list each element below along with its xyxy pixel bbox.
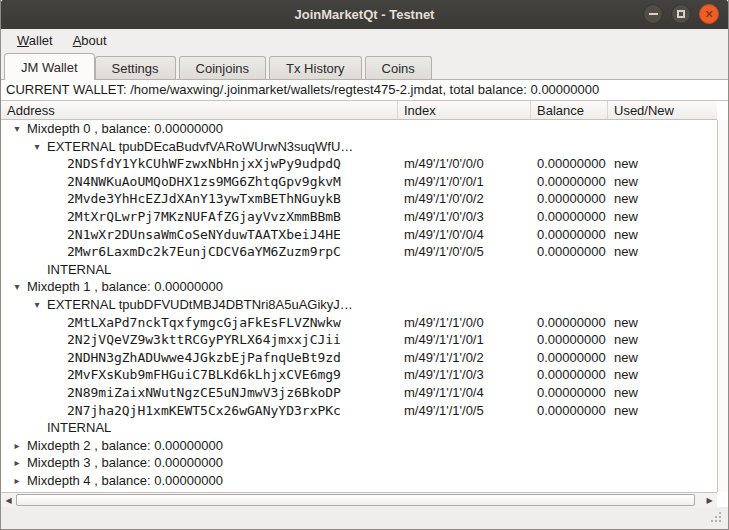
- header-index[interactable]: Index: [398, 101, 531, 119]
- expander-open-icon[interactable]: ▾: [9, 120, 25, 138]
- tree-row[interactable]: ▸Mixdepth 4 , balance: 0.00000000: [1, 472, 717, 490]
- tree-cell-address: 2MvFXsKub9mFHGuiC7BLKd6kLhjxCVE6mg9: [1, 366, 398, 384]
- tree-cell-index: m/49'/1'/0'/0/5: [398, 243, 531, 261]
- tab-settings[interactable]: Settings: [95, 56, 176, 79]
- tree-row[interactable]: 2N2jVQeVZ9w3kttRCGyPYRLX64jmxxjCJiim/49'…: [1, 331, 717, 349]
- tree-row[interactable]: 2Mwr6LaxmDc2k7EunjCDCV6aYM6Zuzm9rpCm/49'…: [1, 243, 717, 261]
- tab-jm-wallet[interactable]: JM Wallet: [4, 53, 95, 80]
- tree-cell-used-new: new: [608, 155, 717, 173]
- expander-open-icon[interactable]: ▾: [9, 278, 25, 296]
- tree-cell-address: ▸Mixdepth 3 , balance: 0.00000000: [1, 454, 398, 472]
- tree-row[interactable]: 2N89miZaixNWutNgzCE5uNJmwV3jz6BkoDPm/49'…: [1, 384, 717, 402]
- close-icon: ✕: [704, 9, 713, 20]
- tree-row[interactable]: ▾Mixdepth 0 , balance: 0.00000000: [1, 120, 717, 138]
- tab-coins[interactable]: Coins: [365, 56, 432, 79]
- tree-cell-address: ▾EXTERNAL tpubDEcaBudvfVARoWUrwN3suqWfU…: [1, 138, 398, 156]
- indent-spacer: [1, 278, 9, 296]
- minimize-button[interactable]: [643, 4, 663, 24]
- tree-cell-address: 2NDSfdY1YkCUhWFzwxNbHnjxXjwPy9udpdQ: [1, 155, 398, 173]
- scroll-right-button[interactable]: ▶: [702, 493, 717, 507]
- tree-cell-index: m/49'/1'/1'/0/1: [398, 331, 531, 349]
- tree-row[interactable]: INTERNAL: [1, 419, 717, 437]
- address-text: 2MtLXaPd7nckTqxfymgcGjaFkEsFLVZNwkw: [65, 314, 341, 332]
- tree-cell-balance: 0.00000000: [531, 314, 608, 332]
- node-label: EXTERNAL tpubDFVUDtMBJ4DBTNri8A5uAGikyJ…: [45, 296, 353, 314]
- tree-cell-address: ▸Mixdepth 2 , balance: 0.00000000: [1, 437, 398, 455]
- vertical-scrollbar[interactable]: [717, 120, 728, 492]
- tree-cell-balance: [531, 419, 608, 437]
- tree-cell-used-new: [608, 454, 717, 472]
- tree-row[interactable]: 2MtXrQLwrPj7MKzNUFAfZGjayVvzXmmBBmBm/49'…: [1, 208, 717, 226]
- hscrollbar-thumb[interactable]: [16, 494, 695, 506]
- tree-row[interactable]: 2N7jha2QjH1xmKEWT5Cx26wGANyYD3rxPKcm/49'…: [1, 402, 717, 420]
- tree-cell-address: 2N1wXr2DUnsaWmCoSeNYduwTAATXbeiJ4HE: [1, 226, 398, 244]
- tree-cell-used-new: [608, 120, 717, 138]
- header-balance[interactable]: Balance: [531, 101, 608, 119]
- tree-cell-index: [398, 261, 531, 279]
- tree-row[interactable]: 2N4NWKuAoUMQoDHX1zs9MG6ZhtqGpv9gkvMm/49'…: [1, 173, 717, 191]
- tree-cell-address: 2N2jVQeVZ9w3kttRCGyPYRLX64jmxxjCJii: [1, 331, 398, 349]
- tree-cell-used-new: [608, 278, 717, 296]
- tree-cell-balance: 0.00000000: [531, 173, 608, 191]
- tree-cell-address: 2N7jha2QjH1xmKEWT5Cx26wGANyYD3rxPKc: [1, 402, 398, 420]
- indent-spacer: [1, 296, 29, 314]
- tree-row[interactable]: 2MvFXsKub9mFHGuiC7BLKd6kLhjxCVE6mg9m/49'…: [1, 366, 717, 384]
- tree-row[interactable]: 2N1wXr2DUnsaWmCoSeNYduwTAATXbeiJ4HEm/49'…: [1, 226, 717, 244]
- header-address[interactable]: Address: [1, 101, 398, 119]
- tree-row[interactable]: ▸Mixdepth 3 , balance: 0.00000000: [1, 454, 717, 472]
- tab-coinjoins[interactable]: Coinjoins: [179, 56, 266, 79]
- tree-cell-balance: 0.00000000: [531, 331, 608, 349]
- node-label: Mixdepth 3 , balance: 0.00000000: [25, 454, 223, 472]
- expander-closed-icon[interactable]: ▸: [9, 472, 25, 490]
- resize-grip-icon[interactable]: [711, 512, 723, 524]
- indent-spacer: [1, 155, 49, 173]
- address-text: 2Mwr6LaxmDc2k7EunjCDCV6aYM6Zuzm9rpC: [65, 243, 341, 261]
- tree-row[interactable]: 2NDHN3gZhADUwwe4JGkzbEjPafnqUeBt9zdm/49'…: [1, 349, 717, 367]
- address-text: 2N4NWKuAoUMQoDHX1zs9MG6ZhtqGpv9gkvM: [65, 173, 341, 191]
- tab-tx-history[interactable]: Tx History: [269, 56, 362, 79]
- menu-about[interactable]: About: [65, 31, 115, 50]
- tree-cell-used-new: [608, 138, 717, 156]
- scroll-left-button[interactable]: ◀: [1, 493, 16, 507]
- maximize-button[interactable]: [671, 4, 691, 24]
- header-used-new[interactable]: Used/New: [608, 101, 717, 119]
- tree-row[interactable]: 2MtLXaPd7nckTqxfymgcGjaFkEsFLVZNwkwm/49'…: [1, 314, 717, 332]
- tree-cell-index: m/49'/1'/0'/0/4: [398, 226, 531, 244]
- minimize-icon: [649, 13, 658, 15]
- tree-header: Address Index Balance Used/New: [1, 101, 717, 120]
- address-text: 2MtXrQLwrPj7MKzNUFAfZGjayVvzXmmBBmB: [65, 208, 341, 226]
- indent-spacer: [1, 331, 49, 349]
- tree-cell-balance: 0.00000000: [531, 402, 608, 420]
- close-button[interactable]: ✕: [699, 4, 719, 24]
- tree-row[interactable]: ▸Mixdepth 2 , balance: 0.00000000: [1, 437, 717, 455]
- tree-cell-index: m/49'/1'/0'/0/0: [398, 155, 531, 173]
- tree-cell-balance: 0.00000000: [531, 243, 608, 261]
- tree-row[interactable]: ▾Mixdepth 1 , balance: 0.00000000: [1, 278, 717, 296]
- address-text: 2N89miZaixNWutNgzCE5uNJmwV3jz6BkoDP: [65, 384, 341, 402]
- wallet-tree: Address Index Balance Used/New ▾Mixdepth…: [1, 100, 728, 507]
- tree-cell-address: 2N4NWKuAoUMQoDHX1zs9MG6ZhtqGpv9gkvM: [1, 173, 398, 191]
- tree-cell-balance: [531, 454, 608, 472]
- tree-cell-address: INTERNAL: [1, 419, 398, 437]
- tree-cell-used-new: new: [608, 366, 717, 384]
- tree-cell-index: m/49'/1'/1'/0/4: [398, 384, 531, 402]
- node-label: INTERNAL: [45, 261, 111, 279]
- expander-open-icon[interactable]: ▾: [29, 138, 45, 156]
- expander-closed-icon[interactable]: ▸: [9, 454, 25, 472]
- tree-row[interactable]: ▾EXTERNAL tpubDFVUDtMBJ4DBTNri8A5uAGikyJ…: [1, 296, 717, 314]
- tree-cell-address: 2MtLXaPd7nckTqxfymgcGjaFkEsFLVZNwkw: [1, 314, 398, 332]
- indent-spacer: [1, 226, 49, 244]
- tree-cell-index: [398, 454, 531, 472]
- menu-wallet[interactable]: Wallet: [9, 31, 61, 50]
- tree-cell-used-new: [608, 437, 717, 455]
- tree-row[interactable]: 2Mvde3YhHcEZJdXAnY13ywTxmBEThNGuykBm/49'…: [1, 190, 717, 208]
- expander-closed-icon[interactable]: ▸: [9, 437, 25, 455]
- tree-cell-balance: [531, 138, 608, 156]
- tree-row[interactable]: INTERNAL: [1, 261, 717, 279]
- expander-open-icon[interactable]: ▾: [29, 296, 45, 314]
- tree-cell-index: [398, 472, 531, 490]
- tree-row[interactable]: ▾EXTERNAL tpubDEcaBudvfVARoWUrwN3suqWfU…: [1, 138, 717, 156]
- window-title: JoinMarketQt - Testnet: [0, 7, 729, 22]
- tree-row[interactable]: 2NDSfdY1YkCUhWFzwxNbHnjxXjwPy9udpdQm/49'…: [1, 155, 717, 173]
- tree-cell-index: m/49'/1'/0'/0/2: [398, 190, 531, 208]
